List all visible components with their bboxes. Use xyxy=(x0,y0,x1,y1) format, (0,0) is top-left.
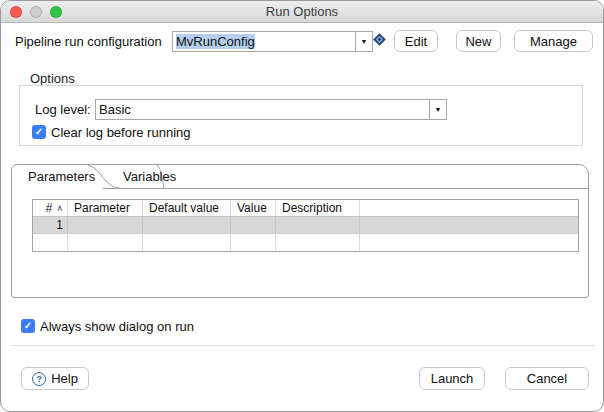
filler-cell xyxy=(360,217,578,233)
run-configuration-label: Pipeline run configuration xyxy=(15,34,162,49)
column-header-value[interactable]: Value xyxy=(231,200,276,216)
dropdown-arrow-icon: ▼ xyxy=(361,38,368,45)
column-header-filler xyxy=(360,200,578,216)
tab-variables[interactable]: Variables xyxy=(123,169,176,184)
variable-diamond-icon xyxy=(373,33,386,46)
log-level-dropdown-button[interactable]: ▼ xyxy=(429,100,446,119)
column-header-default-value[interactable]: Default value xyxy=(143,200,231,216)
run-configuration-dropdown-button[interactable]: ▼ xyxy=(355,32,372,51)
dropdown-arrow-icon: ▼ xyxy=(435,106,442,113)
table-row[interactable]: 1 xyxy=(33,217,578,234)
help-button[interactable]: ? Help xyxy=(21,367,89,390)
checkmark-icon: ✓ xyxy=(24,321,32,331)
column-header-description[interactable]: Description xyxy=(276,200,360,216)
column-header-number[interactable]: #∧ xyxy=(33,200,68,216)
tab-header: Parameters Variables xyxy=(12,165,588,189)
table-header-row: #∧ Parameter Default value Value Descrip… xyxy=(33,200,578,217)
log-level-combo[interactable]: Basic ▼ xyxy=(95,99,447,120)
footer-separator xyxy=(11,345,595,346)
options-group-legend: Options xyxy=(27,71,78,86)
tab-parameters[interactable]: Parameters xyxy=(28,169,95,184)
manage-button[interactable]: Manage xyxy=(514,30,593,52)
description-cell[interactable] xyxy=(276,217,360,233)
default-value-cell[interactable] xyxy=(143,217,231,233)
filler-cell xyxy=(360,234,578,251)
window-title: Run Options xyxy=(1,1,603,23)
help-button-label: Help xyxy=(51,371,78,386)
tab-outline-decoration xyxy=(12,165,588,189)
always-show-dialog-label: Always show dialog on run xyxy=(40,319,194,334)
launch-button[interactable]: Launch xyxy=(419,367,485,390)
checkmark-icon: ✓ xyxy=(35,127,43,137)
new-button[interactable]: New xyxy=(456,30,501,52)
run-configuration-value[interactable]: MvRunConfig xyxy=(173,32,355,51)
run-options-dialog: Run Options Pipeline run configuration M… xyxy=(0,0,604,412)
help-question-icon: ? xyxy=(32,372,46,386)
log-level-value[interactable]: Basic xyxy=(96,100,429,119)
options-group: Log level: Basic ▼ ✓ Clear log before ru… xyxy=(19,85,583,146)
parameters-table: #∧ Parameter Default value Value Descrip… xyxy=(32,199,579,252)
parameter-cell[interactable] xyxy=(68,217,143,233)
value-cell[interactable] xyxy=(231,234,276,251)
edit-button[interactable]: Edit xyxy=(394,30,438,52)
cancel-button[interactable]: Cancel xyxy=(505,367,589,390)
run-configuration-combo[interactable]: MvRunConfig ▼ xyxy=(172,31,373,52)
row-number-cell[interactable] xyxy=(33,234,68,251)
clear-log-checkbox[interactable]: ✓ xyxy=(32,125,46,139)
sort-ascending-icon: ∧ xyxy=(56,203,63,213)
titlebar[interactable]: Run Options xyxy=(1,1,603,23)
parameters-tab-folder: Parameters Variables #∧ Parameter Defaul… xyxy=(11,164,589,298)
description-cell[interactable] xyxy=(276,234,360,251)
parameter-cell[interactable] xyxy=(68,234,143,251)
clear-log-label: Clear log before running xyxy=(51,125,190,140)
always-show-dialog-checkbox[interactable]: ✓ xyxy=(21,319,35,333)
default-value-cell[interactable] xyxy=(143,234,231,251)
table-row[interactable] xyxy=(33,234,578,251)
column-header-parameter[interactable]: Parameter xyxy=(68,200,143,216)
value-cell[interactable] xyxy=(231,217,276,233)
row-number-cell[interactable]: 1 xyxy=(33,217,68,233)
log-level-label: Log level: xyxy=(35,102,91,117)
